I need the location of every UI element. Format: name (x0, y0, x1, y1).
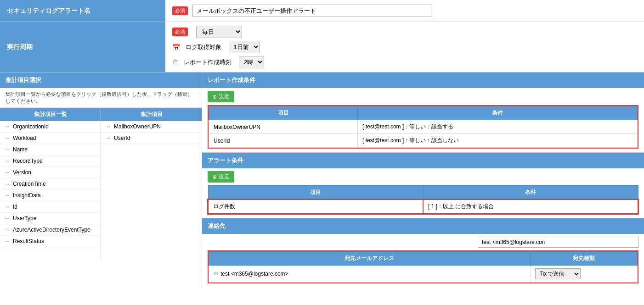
list-item[interactable]: ↔Version (0, 167, 101, 178)
aggregate-list-scroll[interactable]: ↔OrganizationId ↔Workload ↔Name ↔RecordT… (0, 121, 101, 259)
alert-col-condition: 条件 (423, 186, 638, 200)
aggregate-selected-column: 集計項目 ↔MailboxOwnerUPN ↔UserId (101, 108, 202, 259)
plus-icon: ⊕ (212, 174, 217, 180)
arrow-icon: ↔ (5, 215, 10, 222)
list-item[interactable]: ↔Workload (0, 133, 101, 144)
arrow-icon: ↔ (5, 181, 10, 187)
table-row: ✉test <m365@logstare.com> To:で送信 CC:で送信 … (209, 266, 638, 283)
list-item[interactable]: ↔Name (0, 144, 101, 155)
arrow-icon: ↔ (5, 238, 10, 244)
report-item-1: MailboxOwnerUPN (209, 120, 358, 134)
report-col-item: 項目 (209, 106, 358, 120)
email-icon: ✉ (214, 271, 218, 277)
alert-condition-1: [ 1 ]：以上 に合致する場合 (423, 200, 638, 214)
log-target-select[interactable]: 1日前 2日前 3日前 (229, 41, 260, 53)
alert-name-input[interactable] (192, 5, 431, 17)
email-address-1: ✉test <m365@logstare.com> (209, 266, 531, 283)
arrow-icon: ↔ (106, 135, 111, 141)
schedule-label: 実行周期 (0, 22, 165, 72)
aggregate-selected-scroll[interactable]: ↔MailboxOwnerUPN ↔UserId (101, 121, 202, 259)
list-item[interactable]: ↔AzureActiveDirectoryEventType (0, 224, 101, 236)
arrow-icon: ↔ (5, 135, 10, 141)
contact-section-title: 連絡先 (202, 218, 644, 234)
aggregate-list-column: 集計項目一覧 ↔OrganizationId ↔Workload ↔Name ↔… (0, 108, 101, 259)
aggregate-section-title: 集計項目選択 (0, 72, 202, 88)
email-table: 宛先メールアドレス 宛先種類 ✉test <m365@logstare.com> (209, 251, 638, 283)
alert-col-item: 項目 (208, 186, 423, 200)
list-item[interactable]: ↔OrganizationId (0, 121, 101, 133)
list-item[interactable]: ↔Id (0, 201, 101, 213)
email-col-type: 宛先種類 (530, 252, 637, 266)
alert-name-label-text: セキュリティログアラート名 (7, 7, 90, 15)
selected-item[interactable]: ↔MailboxOwnerUPN (101, 121, 202, 133)
alert-name-input-cell: 必須 (165, 0, 644, 22)
report-condition-table: 項目 条件 MailboxOwnerUPN [ test@test.com ]：… (209, 106, 638, 148)
frequency-select[interactable]: 毎日 毎週 毎月 (196, 26, 242, 38)
contact-section: 連絡先 宛先メールアドレス 宛先種類 (202, 218, 644, 283)
table-row: UserId [ test@test.com ]：等しい：該当しない (209, 134, 638, 148)
alert-section: アラート条件 ⊕ 設定 項目 条件 (202, 153, 644, 218)
schedule-label-text: 実行周期 (7, 43, 33, 51)
alert-add-button[interactable]: ⊕ 設定 (208, 171, 234, 183)
aggregate-subtext: 集計項目一覧から必要な項目をクリック（複数選択可）した後、ドラッグ（移動）してく… (0, 88, 202, 108)
list-item[interactable]: ↔InsightData (0, 190, 101, 201)
aggregate-list-header: 集計項目一覧 (0, 108, 101, 121)
report-section: レポート作成条件 ⊕ 設定 項目 条件 (202, 72, 644, 153)
contact-email-input[interactable] (478, 237, 638, 248)
list-item[interactable]: ↔RecordType (0, 155, 101, 167)
report-section-title: レポート作成条件 (202, 72, 644, 88)
report-time-label: レポート作成時刻 (184, 58, 232, 67)
clock-icon: ⏱ (172, 59, 178, 66)
log-target-label: ログ取得対象 (186, 43, 221, 51)
aggregate-selected-header: 集計項目 (101, 108, 202, 121)
email-type-select[interactable]: To:で送信 CC:で送信 BCC:で送信 (535, 268, 581, 279)
arrow-icon: ↔ (5, 204, 10, 210)
right-panel: レポート作成条件 ⊕ 設定 項目 条件 (202, 72, 644, 287)
list-item[interactable]: ↔UserType (0, 213, 101, 224)
alert-condition-table: 項目 条件 ログ件数 [ 1 ]：以上 に合致する場合 (208, 185, 638, 214)
table-row: MailboxOwnerUPN [ test@test.com ]：等しい：該当… (209, 120, 638, 134)
plus-icon: ⊕ (212, 94, 217, 100)
arrow-icon: ↔ (5, 158, 10, 164)
report-condition-2: [ test@test.com ]：等しい：該当しない (358, 134, 638, 148)
table-row: ログ件数 [ 1 ]：以上 に合致する場合 (208, 200, 638, 214)
email-col-address: 宛先メールアドレス (209, 252, 531, 266)
report-time-select[interactable]: 1時 2時 3時 4時 (239, 56, 264, 68)
report-col-condition: 条件 (358, 106, 638, 120)
alert-section-title: アラート条件 (202, 153, 644, 168)
arrow-icon: ↔ (5, 227, 10, 233)
required-badge: 必須 (172, 6, 188, 15)
schedule-input-cell: 必須 毎日 毎週 毎月 📅 ログ取得対象 1日前 2日前 3日前 ⏱ レポート作… (165, 22, 644, 72)
report-item-2: UserId (209, 134, 358, 148)
report-condition-1: [ test@test.com ]：等しい：該当する (358, 120, 638, 134)
report-add-button[interactable]: ⊕ 設定 (208, 91, 234, 102)
arrow-icon: ↔ (5, 169, 10, 176)
schedule-required-badge: 必須 (172, 28, 188, 36)
contact-input-row (202, 234, 644, 250)
selected-item[interactable]: ↔UserId (101, 133, 202, 144)
calendar-icon: 📅 (172, 44, 180, 51)
alert-name-label: セキュリティログアラート名 (0, 0, 165, 22)
list-item[interactable]: ↔ResultStatus (0, 236, 101, 247)
email-type-1: To:で送信 CC:で送信 BCC:で送信 (530, 266, 637, 283)
list-item[interactable]: ↔CreationTime (0, 178, 101, 190)
arrow-icon: ↔ (5, 192, 10, 199)
left-panel: 集計項目選択 集計項目一覧から必要な項目をクリック（複数選択可）した後、ドラッグ… (0, 72, 202, 287)
arrow-icon: ↔ (5, 146, 10, 153)
arrow-icon: ↔ (5, 123, 10, 130)
arrow-icon: ↔ (106, 123, 111, 130)
alert-item-1: ログ件数 (208, 200, 423, 214)
